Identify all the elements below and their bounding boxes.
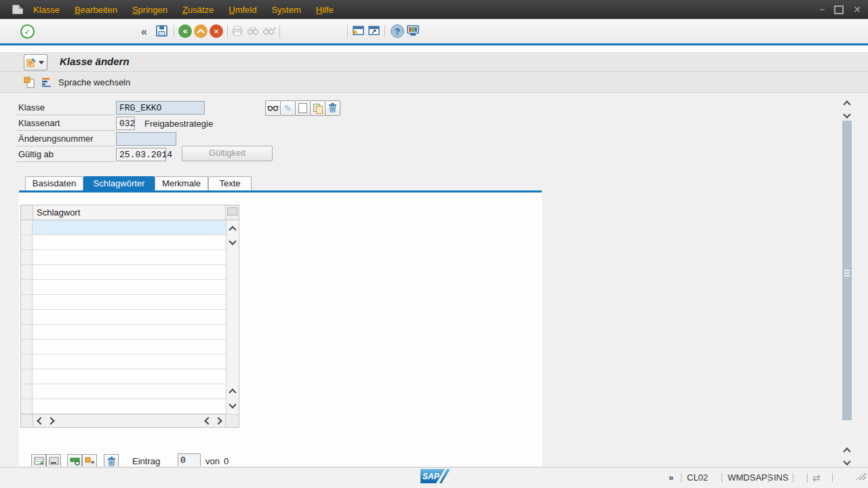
row-select-cell[interactable] xyxy=(21,220,33,235)
delete-button[interactable] xyxy=(325,100,340,116)
tab-merkmale[interactable]: Merkmale xyxy=(155,176,208,190)
row-select-cell[interactable] xyxy=(21,280,33,295)
menu-item-hilfe[interactable]: Hilfe xyxy=(316,5,334,15)
row-select-cell[interactable] xyxy=(21,295,33,310)
row-select-cell[interactable] xyxy=(21,325,33,340)
keyword-cell[interactable] xyxy=(33,340,226,354)
scroll-right-button[interactable] xyxy=(213,415,225,427)
create-shortcut-icon[interactable]: ↗ xyxy=(368,26,380,38)
gueltigkeit-button[interactable]: Gültigkeit xyxy=(182,146,273,161)
copy-button[interactable] xyxy=(310,100,326,116)
row-select-cell[interactable] xyxy=(21,369,33,384)
menu-item-zusaetze[interactable]: Zusätze xyxy=(182,5,214,15)
gueltig-ab-field[interactable]: 25.03.2014 xyxy=(116,148,166,161)
display-button[interactable] xyxy=(265,100,281,116)
table-row[interactable] xyxy=(21,325,226,340)
keyword-cell[interactable] xyxy=(33,399,226,414)
cancel-icon[interactable]: ✕ xyxy=(210,24,223,38)
tab-texte[interactable]: Texte xyxy=(208,176,252,190)
table-row[interactable] xyxy=(21,220,226,235)
customize-layout-icon[interactable] xyxy=(407,25,420,39)
tab-schlagwoerter[interactable]: Schlagwörter xyxy=(83,176,155,190)
close-button[interactable]: ✕ xyxy=(853,0,861,19)
row-select-cell[interactable] xyxy=(21,235,33,250)
status-input-mode[interactable]: INS xyxy=(774,472,789,483)
table-row[interactable] xyxy=(21,235,226,250)
klassenart-field[interactable]: 032 xyxy=(116,117,135,130)
table-row[interactable] xyxy=(21,399,226,414)
back-icon[interactable]: « xyxy=(178,24,192,38)
keyword-cell[interactable] xyxy=(33,250,226,265)
change-button[interactable]: ✎ xyxy=(280,100,296,116)
keyword-cell[interactable] xyxy=(33,220,226,235)
find-next-icon[interactable] xyxy=(262,26,276,37)
change-language-button[interactable]: Sprache wechseln xyxy=(58,77,130,87)
scroll-left-button[interactable] xyxy=(201,415,213,427)
create-button[interactable] xyxy=(295,100,311,116)
resize-grip[interactable] xyxy=(856,471,866,480)
entry-number-field[interactable] xyxy=(178,453,201,466)
save-icon[interactable] xyxy=(156,25,167,39)
delete-line-button[interactable] xyxy=(46,454,61,466)
keyword-cell[interactable] xyxy=(33,295,226,310)
aenderungsnummer-field[interactable] xyxy=(116,132,176,146)
collapse-icon[interactable]: « xyxy=(141,26,147,38)
print-icon[interactable] xyxy=(232,26,243,38)
row-select-cell[interactable] xyxy=(21,399,33,414)
table-row[interactable] xyxy=(21,384,226,399)
keyword-cell[interactable] xyxy=(33,235,226,250)
row-select-cell[interactable] xyxy=(21,354,33,369)
row-select-cell[interactable] xyxy=(21,384,33,399)
scroll-up-button[interactable] xyxy=(841,96,853,110)
row-select-cell[interactable] xyxy=(21,310,33,325)
sort-bars-icon[interactable] xyxy=(41,77,52,89)
status-overflow-button[interactable]: » xyxy=(669,472,673,483)
menu-item-system[interactable]: System xyxy=(271,5,300,15)
keyword-cell[interactable] xyxy=(33,265,226,280)
keyword-cell[interactable] xyxy=(33,354,226,369)
minimize-button[interactable]: − xyxy=(819,0,825,19)
keyword-cell[interactable] xyxy=(33,369,226,384)
scroll-up-button[interactable] xyxy=(226,384,239,398)
enter-check-icon[interactable]: ✓ xyxy=(20,24,35,39)
scroll-down-button[interactable] xyxy=(226,235,239,249)
keyword-cell[interactable] xyxy=(33,384,226,399)
new-session-icon[interactable]: ✱ xyxy=(353,26,365,38)
table-row[interactable] xyxy=(21,369,226,384)
maximize-button[interactable] xyxy=(834,5,844,14)
scroll-left-button[interactable] xyxy=(33,415,45,427)
table-row[interactable] xyxy=(21,354,226,369)
table-row[interactable] xyxy=(21,295,226,310)
insert-entry-button[interactable] xyxy=(67,454,82,466)
table-config-icon[interactable] xyxy=(227,207,237,216)
scroll-up-button[interactable] xyxy=(226,222,239,235)
keyword-cell[interactable] xyxy=(33,280,226,295)
tab-basisdaten[interactable]: Basisdaten xyxy=(25,176,83,190)
menu-item-springen[interactable]: Springen xyxy=(132,5,167,15)
menu-item-umfeld[interactable]: Umfeld xyxy=(229,5,256,15)
table-row[interactable] xyxy=(21,250,226,265)
row-select-cell[interactable] xyxy=(21,250,33,265)
menu-item-bearbeiten[interactable]: Bearbeiten xyxy=(75,5,117,15)
find-icon[interactable] xyxy=(247,26,259,37)
scrollbar-thumb[interactable] xyxy=(842,121,852,420)
clipboard-icon[interactable] xyxy=(24,77,35,90)
table-row[interactable] xyxy=(21,310,226,325)
delete-entries-button[interactable] xyxy=(104,454,119,466)
exit-icon[interactable] xyxy=(194,24,208,38)
scroll-down-button[interactable] xyxy=(841,108,853,122)
copy-entry-button[interactable] xyxy=(82,454,97,466)
status-system-id[interactable]: CL02 xyxy=(687,472,708,483)
keyword-cell[interactable] xyxy=(33,325,226,340)
klasse-field[interactable]: FRG_EKKO xyxy=(116,101,205,115)
row-select-cell[interactable] xyxy=(21,340,33,354)
insert-line-button[interactable] xyxy=(31,454,46,466)
row-select-cell[interactable] xyxy=(21,265,33,280)
keyword-cell[interactable] xyxy=(33,310,226,325)
scroll-down-button[interactable] xyxy=(226,399,239,412)
menu-item-klasse[interactable]: Klasse xyxy=(33,5,60,15)
scroll-right-button[interactable] xyxy=(45,415,58,427)
system-menu-icon[interactable] xyxy=(12,5,23,14)
services-for-object-button[interactable] xyxy=(24,54,47,70)
select-all-cell[interactable] xyxy=(21,205,33,220)
